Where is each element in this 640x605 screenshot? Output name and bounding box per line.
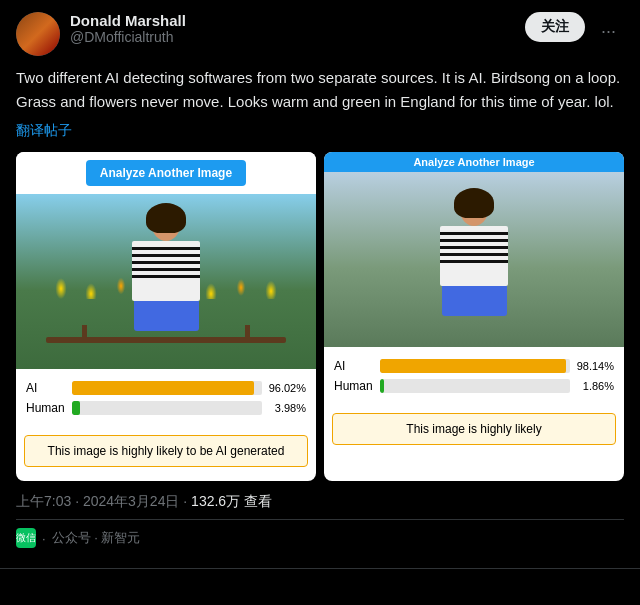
right-ai-value: 98.14% — [576, 360, 614, 372]
left-photo — [16, 194, 316, 369]
left-human-value: 3.98% — [268, 402, 306, 414]
tweet-container: Donald Marshall @DMofficialtruth 关注 ... … — [0, 0, 640, 569]
body-right — [440, 226, 508, 286]
left-ai-bar — [72, 381, 254, 395]
images-row: Analyze Another Image — [16, 152, 624, 481]
head-left — [152, 209, 180, 241]
left-human-bar — [72, 401, 80, 415]
left-human-label: Human — [26, 401, 66, 415]
tweet-footer: 上午7:03 · 2024年3月24日 · 132.6万 查看 — [16, 493, 624, 511]
right-human-bar — [380, 379, 384, 393]
wechat-label: 微信 — [16, 531, 36, 545]
right-ai-row: AI 98.14% — [334, 359, 614, 373]
body-left — [132, 241, 200, 301]
left-image-card: Analyze Another Image — [16, 152, 316, 481]
translate-link[interactable]: 翻译帖子 — [16, 122, 624, 140]
left-analyze-container: Analyze Another Image — [16, 152, 316, 194]
left-human-bar-container — [72, 401, 262, 415]
left-result-text: This image is highly likely to be AI gen… — [48, 444, 285, 458]
right-photo — [324, 172, 624, 347]
left-metrics: AI 96.02% Human 3.98% — [16, 373, 316, 429]
right-human-value: 1.86% — [576, 380, 614, 392]
right-human-bar-container — [380, 379, 570, 393]
left-result-banner: This image is highly likely to be AI gen… — [24, 435, 308, 467]
right-analyze-top: Analyze Another Image — [324, 152, 624, 172]
user-info: Donald Marshall @DMofficialtruth — [70, 12, 515, 45]
right-ai-bar — [380, 359, 566, 373]
bottom-bar: 微信 · 公众号 · 新智元 — [16, 519, 624, 556]
left-ai-value: 96.02% — [268, 382, 306, 394]
left-ai-label: AI — [26, 381, 66, 395]
right-ai-label: AI — [334, 359, 374, 373]
source-separator: · — [42, 531, 46, 546]
legs-right — [442, 286, 507, 316]
right-metrics: AI 98.14% Human 1.86% — [324, 351, 624, 407]
right-human-row: Human 1.86% — [334, 379, 614, 393]
dot-separator: · — [183, 493, 191, 509]
head-right — [460, 194, 488, 226]
left-ai-row: AI 96.02% — [26, 381, 306, 395]
right-ai-bar-container — [380, 359, 570, 373]
follow-button[interactable]: 关注 — [525, 12, 585, 42]
left-analyze-button[interactable]: Analyze Another Image — [86, 160, 246, 186]
wechat-icon: 微信 — [16, 528, 36, 548]
left-ai-bar-container — [72, 381, 262, 395]
right-image-card: Analyze Another Image — [324, 152, 624, 481]
right-analyze-label[interactable]: Analyze Another Image — [328, 156, 620, 168]
username[interactable]: @DMofficialtruth — [70, 29, 515, 45]
person-left — [132, 209, 200, 331]
legs-left — [134, 301, 199, 331]
avatar[interactable] — [16, 12, 60, 56]
right-result-banner: This image is highly likely — [332, 413, 616, 445]
left-human-row: Human 3.98% — [26, 401, 306, 415]
source-badge: 微信 · 公众号 · 新智元 — [16, 528, 140, 548]
more-button[interactable]: ... — [593, 13, 624, 42]
tweet-text: Two different AI detecting softwares fro… — [16, 66, 624, 114]
right-result-text: This image is highly likely — [406, 422, 541, 436]
views[interactable]: 132.6万 查看 — [191, 493, 272, 509]
timestamp: 上午7:03 · 2024年3月24日 — [16, 493, 179, 509]
person-right — [440, 194, 508, 316]
tweet-header: Donald Marshall @DMofficialtruth 关注 ... — [16, 12, 624, 56]
right-human-label: Human — [334, 379, 374, 393]
source-label: 公众号 · 新智元 — [52, 529, 141, 547]
display-name: Donald Marshall — [70, 12, 515, 29]
